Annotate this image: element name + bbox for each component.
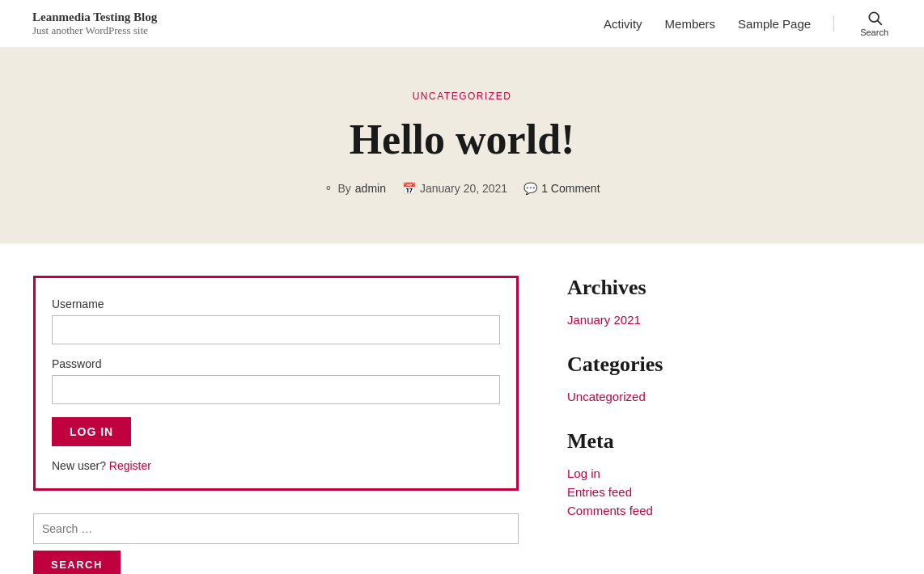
- archives-heading: Archives: [567, 276, 761, 300]
- main-content: Username Password LOG IN New user? Regis…: [17, 243, 907, 574]
- post-meta: ⚬ By admin 📅 January 20, 2021 💬 1 Commen…: [16, 182, 908, 195]
- login-button[interactable]: LOG IN: [52, 417, 131, 446]
- archives-jan-2021[interactable]: January 2021: [567, 313, 761, 327]
- password-input[interactable]: [52, 375, 500, 404]
- login-widget: Username Password LOG IN New user? Regis…: [33, 276, 519, 491]
- register-link[interactable]: Register: [109, 459, 151, 472]
- meta-login[interactable]: Log in: [567, 466, 761, 480]
- author-icon: ⚬: [324, 182, 333, 195]
- post-author-link[interactable]: admin: [355, 182, 386, 195]
- site-header: Leanmedia Testing Blog Just another Word…: [0, 0, 924, 48]
- categories-section: Categories Uncategorized: [567, 352, 761, 403]
- categories-heading: Categories: [567, 352, 761, 377]
- content-left: Username Password LOG IN New user? Regis…: [33, 276, 519, 574]
- search-button[interactable]: SEARCH: [33, 551, 121, 574]
- post-author-meta: ⚬ By admin: [324, 182, 385, 195]
- hero-section: UNCATEGORIZED Hello world! ⚬ By admin 📅 …: [0, 48, 924, 243]
- password-label: Password: [52, 357, 500, 370]
- search-icon: [867, 10, 883, 26]
- site-nav: Activity Members Sample Page Search: [604, 10, 892, 37]
- meta-comments-feed[interactable]: Comments feed: [567, 504, 761, 517]
- nav-activity[interactable]: Activity: [604, 17, 642, 31]
- new-user-row: New user? Register: [52, 459, 500, 472]
- nav-divider: [833, 15, 834, 32]
- sidebar: Archives January 2021 Categories Uncateg…: [567, 276, 761, 574]
- post-title: Hello world!: [16, 116, 908, 162]
- header-search-button[interactable]: Search: [857, 10, 892, 37]
- search-input[interactable]: [33, 513, 519, 544]
- post-date: January 20, 2021: [420, 182, 507, 195]
- svg-line-1: [877, 21, 881, 25]
- site-description: Just another WordPress site: [32, 24, 157, 37]
- new-user-text: New user?: [52, 459, 106, 472]
- meta-entries-feed[interactable]: Entries feed: [567, 485, 761, 499]
- calendar-icon: 📅: [402, 182, 416, 195]
- username-input[interactable]: [52, 315, 500, 344]
- username-label: Username: [52, 298, 500, 310]
- site-branding: Leanmedia Testing Blog Just another Word…: [32, 11, 157, 37]
- post-author-prefix: By: [337, 182, 350, 195]
- site-title[interactable]: Leanmedia Testing Blog: [32, 11, 157, 24]
- post-category-link[interactable]: UNCATEGORIZED: [413, 91, 512, 102]
- nav-sample-page[interactable]: Sample Page: [738, 17, 811, 31]
- meta-section: Meta Log in Entries feed Comments feed: [567, 429, 761, 517]
- nav-members[interactable]: Members: [665, 17, 716, 31]
- post-date-meta: 📅 January 20, 2021: [402, 182, 507, 195]
- meta-heading: Meta: [567, 429, 761, 454]
- category-uncategorized[interactable]: Uncategorized: [567, 390, 761, 403]
- comment-icon: 💬: [523, 182, 537, 195]
- search-widget: SEARCH: [33, 513, 519, 574]
- post-comments-meta: 💬 1 Comment: [523, 182, 600, 195]
- post-comments-link[interactable]: 1 Comment: [541, 182, 600, 195]
- archives-section: Archives January 2021: [567, 276, 761, 327]
- header-search-label: Search: [860, 27, 888, 37]
